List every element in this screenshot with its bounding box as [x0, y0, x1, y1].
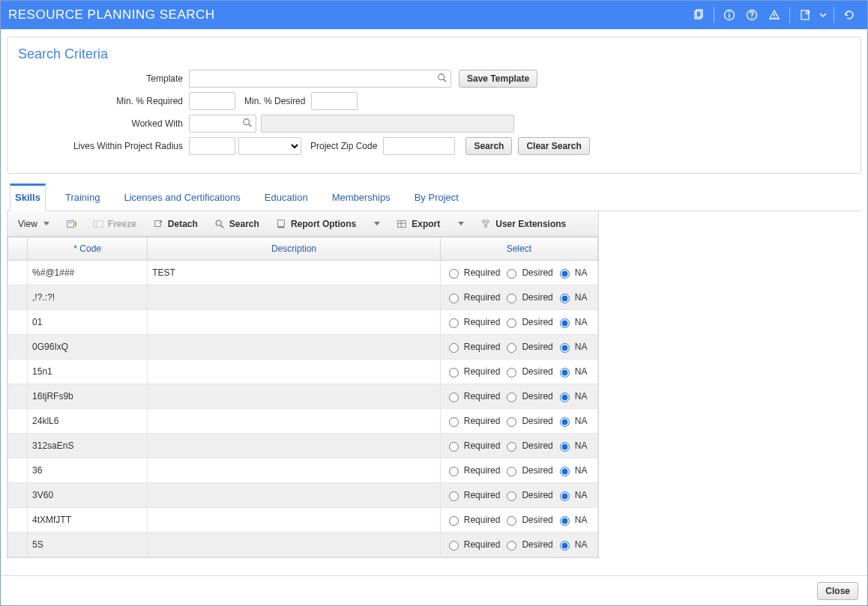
radio-required[interactable] — [449, 467, 459, 476]
select-option-desired[interactable]: Desired — [503, 341, 552, 353]
copy-icon[interactable] — [688, 4, 709, 25]
select-option-desired[interactable]: Desired — [503, 440, 552, 452]
radio-na[interactable] — [560, 467, 570, 476]
radio-required[interactable] — [449, 294, 459, 303]
radio-desired[interactable] — [507, 318, 516, 328]
radio-na[interactable] — [560, 491, 570, 501]
select-option-desired[interactable]: Desired — [503, 267, 552, 279]
radio-required[interactable] — [449, 368, 459, 378]
select-option-required[interactable]: Required — [445, 390, 501, 402]
dropdown-caret-icon[interactable] — [817, 4, 829, 25]
select-option-na[interactable]: NA — [556, 366, 588, 378]
radius-value-input[interactable] — [189, 137, 235, 155]
radio-required[interactable] — [449, 393, 459, 402]
tab-education[interactable]: Education — [260, 184, 313, 211]
select-option-required[interactable]: Required — [445, 341, 501, 353]
row-handle[interactable] — [8, 384, 28, 409]
tab-licenses-certifications[interactable]: Licenses and Certifications — [119, 184, 244, 211]
edit-icon[interactable] — [795, 4, 816, 25]
export-button[interactable]: Export — [392, 216, 444, 232]
select-option-desired[interactable]: Desired — [503, 489, 552, 501]
report-options-button[interactable]: Report Options — [271, 216, 361, 232]
select-option-required[interactable]: Required — [445, 440, 501, 452]
select-option-required[interactable]: Required — [445, 489, 501, 501]
search-button[interactable]: Search — [465, 137, 512, 155]
row-handle[interactable] — [8, 285, 28, 310]
radio-required[interactable] — [449, 541, 459, 551]
radio-desired[interactable] — [507, 417, 516, 427]
select-option-desired[interactable]: Desired — [503, 514, 552, 526]
select-option-na[interactable]: NA — [556, 440, 588, 452]
col-select-header[interactable]: Select — [440, 237, 597, 261]
format-icon[interactable] — [61, 216, 81, 232]
radio-desired[interactable] — [507, 491, 516, 501]
select-option-na[interactable]: NA — [556, 489, 588, 501]
radio-na[interactable] — [560, 343, 570, 353]
radio-na[interactable] — [560, 318, 570, 328]
col-code-header[interactable]: * Code — [28, 237, 148, 261]
row-handle[interactable] — [8, 434, 28, 458]
select-option-na[interactable]: NA — [556, 390, 588, 402]
table-search-button[interactable]: Search — [210, 216, 264, 232]
radio-required[interactable] — [449, 269, 459, 279]
close-button[interactable]: Close — [817, 582, 858, 600]
select-option-na[interactable]: NA — [556, 539, 588, 551]
radio-na[interactable] — [560, 516, 570, 526]
radio-desired[interactable] — [507, 467, 516, 476]
select-option-required[interactable]: Required — [445, 316, 501, 328]
select-option-na[interactable]: NA — [556, 464, 588, 476]
row-handle[interactable] — [8, 335, 28, 360]
row-handle[interactable] — [8, 360, 28, 384]
radio-na[interactable] — [560, 541, 570, 551]
project-zip-input[interactable] — [383, 137, 455, 155]
tab-training[interactable]: Training — [61, 184, 104, 211]
radio-na[interactable] — [560, 393, 570, 402]
radio-desired[interactable] — [507, 269, 516, 279]
row-handle[interactable] — [8, 261, 28, 285]
min-desired-input[interactable] — [311, 92, 358, 110]
radio-desired[interactable] — [507, 393, 516, 402]
radio-na[interactable] — [560, 417, 570, 427]
radio-required[interactable] — [449, 343, 459, 353]
radio-na[interactable] — [560, 269, 570, 279]
tab-skills[interactable]: Skills — [10, 184, 46, 211]
radio-required[interactable] — [449, 491, 459, 501]
select-option-na[interactable]: NA — [556, 267, 588, 279]
select-option-desired[interactable]: Desired — [503, 539, 552, 551]
user-extensions-button[interactable]: User Extensions — [476, 216, 570, 232]
radio-desired[interactable] — [507, 294, 516, 303]
select-option-desired[interactable]: Desired — [503, 464, 552, 476]
select-option-required[interactable]: Required — [445, 415, 501, 427]
radio-desired[interactable] — [507, 516, 516, 526]
worked-with-input[interactable] — [189, 115, 256, 133]
report-options-dropdown[interactable] — [368, 219, 385, 228]
row-handle[interactable] — [8, 483, 28, 508]
select-option-na[interactable]: NA — [556, 291, 588, 303]
content-scroll[interactable]: Search Criteria Template Save Template M… — [1, 29, 867, 575]
radio-desired[interactable] — [507, 368, 516, 378]
min-required-input[interactable] — [189, 92, 235, 110]
row-handle[interactable] — [8, 508, 28, 533]
radio-required[interactable] — [449, 516, 459, 526]
template-input[interactable] — [189, 70, 451, 88]
view-menu[interactable]: View — [13, 216, 54, 232]
radio-na[interactable] — [560, 294, 570, 303]
help-icon[interactable] — [741, 4, 762, 25]
tab-by-project[interactable]: By Project — [410, 184, 463, 211]
radio-required[interactable] — [449, 318, 459, 328]
select-option-desired[interactable]: Desired — [503, 291, 552, 303]
select-option-na[interactable]: NA — [556, 316, 588, 328]
radius-unit-select[interactable] — [238, 137, 301, 155]
export-dropdown[interactable] — [452, 219, 468, 228]
radio-desired[interactable] — [507, 442, 516, 452]
radio-desired[interactable] — [507, 343, 516, 353]
radio-required[interactable] — [449, 417, 459, 427]
info-icon[interactable] — [719, 4, 740, 25]
clear-search-button[interactable]: Clear Search — [518, 137, 589, 155]
select-option-desired[interactable]: Desired — [503, 390, 552, 402]
select-option-required[interactable]: Required — [445, 366, 501, 378]
tab-memberships[interactable]: Memberships — [328, 184, 395, 211]
select-option-desired[interactable]: Desired — [503, 415, 552, 427]
detach-button[interactable]: Detach — [148, 216, 202, 232]
row-handle[interactable] — [8, 310, 28, 335]
